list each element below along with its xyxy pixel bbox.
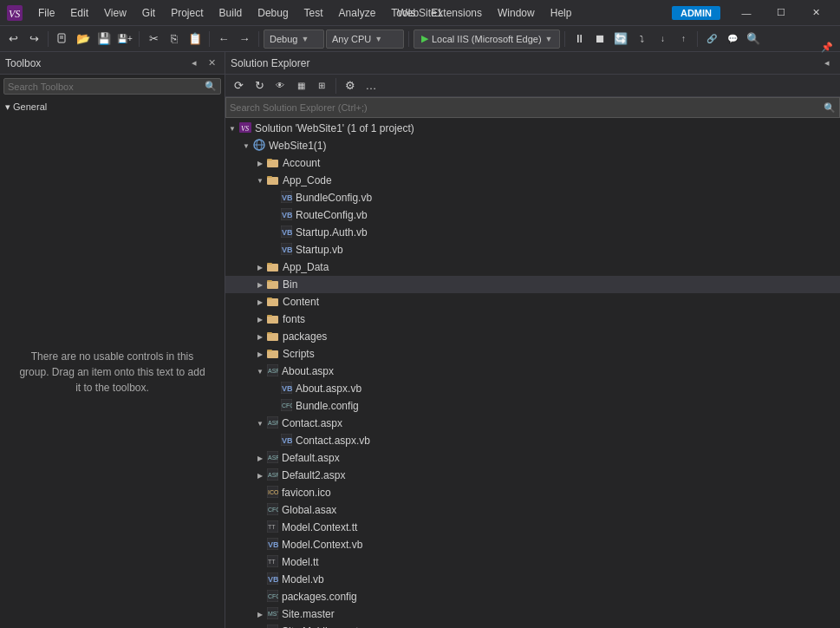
menu-build[interactable]: Build bbox=[212, 5, 250, 21]
tree-item-model_tt[interactable]: TTModel.tt bbox=[225, 553, 840, 571]
menu-debug[interactable]: Debug bbox=[251, 5, 295, 21]
tree-item-app_data[interactable]: ▶App_Data bbox=[225, 258, 840, 276]
open-file-button[interactable]: 📂 bbox=[74, 29, 93, 49]
cut-button[interactable]: ✂ bbox=[144, 29, 163, 49]
toolbox-search-box[interactable]: 🔍 bbox=[3, 78, 221, 95]
tree-item-solution[interactable]: ▼VSSolution 'WebSite1' (1 of 1 project) bbox=[225, 120, 840, 137]
menu-analyze[interactable]: Analyze bbox=[332, 5, 383, 21]
se-filter-button[interactable]: ▦ bbox=[291, 76, 310, 95]
copy-button[interactable]: ⎘ bbox=[165, 29, 184, 49]
tree-chevron: ▼ bbox=[253, 368, 267, 376]
tree-item-scripts[interactable]: ▶Scripts bbox=[225, 345, 840, 363]
tree-item-account[interactable]: ▶Account bbox=[225, 154, 840, 172]
menu-edit[interactable]: Edit bbox=[63, 5, 95, 21]
se-more-button[interactable]: … bbox=[361, 76, 381, 95]
tree-item-startup_auth_vb[interactable]: VBStartup.Auth.vb bbox=[225, 224, 840, 241]
tree-item-routeconfig_vb[interactable]: VBRouteConfig.vb bbox=[225, 206, 840, 224]
menu-view[interactable]: View bbox=[97, 5, 133, 21]
menu-project[interactable]: Project bbox=[164, 5, 210, 21]
menu-window[interactable]: Window bbox=[491, 5, 542, 21]
tree-item-site_master[interactable]: ▶MSTSite.master bbox=[225, 605, 840, 623]
pause-button[interactable]: ⏸ bbox=[570, 29, 589, 49]
tree-item-website1[interactable]: ▼WebSite1(1) bbox=[225, 137, 840, 154]
run-button[interactable]: ▶ Local IIS (Microsoft Edge) ▼ bbox=[413, 29, 560, 49]
tree-icon-file_vb: VB bbox=[281, 208, 292, 223]
save-button[interactable]: 💾 bbox=[94, 29, 114, 49]
tree-label: Contact.aspx.vb bbox=[296, 435, 370, 447]
svg-text:CFG: CFG bbox=[282, 402, 292, 409]
tree-item-contact_aspx[interactable]: ▼ASPContact.aspx bbox=[225, 415, 840, 432]
tree-item-model_vb[interactable]: VBModel.vb bbox=[225, 571, 840, 588]
undo-button[interactable]: ↩ bbox=[3, 29, 23, 49]
tree-chevron: ▶ bbox=[253, 160, 267, 167]
redo-button[interactable]: ↪ bbox=[24, 29, 43, 49]
paste-button[interactable]: 📋 bbox=[186, 29, 205, 49]
search-button[interactable]: 🔍 bbox=[744, 29, 763, 49]
tree-item-default_aspx[interactable]: ▶ASPDefault.aspx bbox=[225, 449, 840, 467]
tree-item-default2_aspx[interactable]: ▶ASPDefault2.aspx bbox=[225, 467, 840, 484]
minimize-button[interactable]: — bbox=[729, 0, 764, 26]
toolbox-header-buttons: ◂ ✕ bbox=[186, 56, 219, 71]
toolbox-search-input[interactable] bbox=[8, 82, 205, 92]
tree-item-model_context_tt[interactable]: TTModel.Context.tt bbox=[225, 519, 840, 536]
attach-button[interactable]: 🔗 bbox=[702, 29, 721, 49]
tree-item-about_aspx_vb[interactable]: VBAbout.aspx.vb bbox=[225, 380, 840, 397]
se-view-button[interactable]: 👁 bbox=[270, 76, 290, 95]
maximize-button[interactable]: ☐ bbox=[764, 0, 798, 26]
toolbar-separator-4 bbox=[258, 31, 259, 47]
se-settings-button[interactable]: ⚙ bbox=[341, 76, 360, 95]
tree-item-packages[interactable]: ▶packages bbox=[225, 328, 840, 345]
tree-chevron: ▼ bbox=[253, 420, 267, 428]
tree-item-startup_vb[interactable]: VBStartup.vb bbox=[225, 241, 840, 258]
close-button[interactable]: ✕ bbox=[798, 0, 833, 26]
tree-item-model_context_vb[interactable]: VBModel.Context.vb bbox=[225, 536, 840, 553]
tree-item-bin[interactable]: ▶Bin bbox=[225, 276, 840, 293]
tree-item-bundleconfig_vb[interactable]: VBBundleConfig.vb bbox=[225, 189, 840, 206]
toolbox-autohide-button[interactable]: ◂ bbox=[186, 56, 202, 71]
tree-icon-file_vb: VB bbox=[267, 572, 278, 587]
tree-icon-file_ico: ICO bbox=[267, 486, 278, 500]
menu-git[interactable]: Git bbox=[135, 5, 162, 21]
save-all-button[interactable]: 💾+ bbox=[115, 29, 134, 49]
window-controls: — ☐ ✕ bbox=[729, 0, 833, 26]
se-sync-button[interactable]: ⟳ bbox=[229, 76, 248, 95]
se-autohide-button[interactable]: ◂ bbox=[819, 56, 835, 71]
se-search-input[interactable] bbox=[230, 102, 820, 113]
solution-explorer-search[interactable]: 🔍 bbox=[225, 97, 840, 118]
tree-item-about_aspx[interactable]: ▼ASPAbout.aspx bbox=[225, 363, 840, 380]
tree-icon-file_vb: VB bbox=[267, 538, 278, 553]
se-expand-button[interactable]: ⊞ bbox=[312, 76, 331, 95]
toolbar-separator-2 bbox=[139, 31, 140, 47]
menu-file[interactable]: File bbox=[31, 5, 62, 21]
toolbox-close-button[interactable]: ✕ bbox=[204, 56, 219, 71]
debug-config-dropdown[interactable]: Debug ▼ bbox=[264, 29, 324, 49]
menu-test[interactable]: Test bbox=[297, 5, 330, 21]
se-refresh-button[interactable]: ↻ bbox=[250, 76, 269, 95]
tree-item-contact_aspx_vb[interactable]: VBContact.aspx.vb bbox=[225, 432, 840, 449]
se-pin-button[interactable]: 📌 bbox=[819, 40, 835, 56]
restart-button[interactable]: 🔄 bbox=[611, 29, 630, 49]
tree-icon-file_aspx: ASP bbox=[267, 364, 278, 379]
stop-button[interactable]: ⏹ bbox=[590, 29, 609, 49]
forward-button[interactable]: → bbox=[235, 29, 254, 49]
tree-item-bundle_config[interactable]: CFGBundle.config bbox=[225, 397, 840, 415]
back-button[interactable]: ← bbox=[214, 29, 233, 49]
tree-item-favicon_ico[interactable]: ICOfavicon.ico bbox=[225, 484, 840, 501]
svg-text:VB: VB bbox=[268, 575, 278, 584]
svg-rect-29 bbox=[267, 315, 272, 317]
tree-item-content[interactable]: ▶Content bbox=[225, 293, 840, 311]
step-into-button[interactable]: ↓ bbox=[653, 29, 672, 49]
new-file-button[interactable] bbox=[53, 29, 72, 49]
tree-item-fonts[interactable]: ▶fonts bbox=[225, 311, 840, 328]
cpu-dropdown[interactable]: Any CPU ▼ bbox=[326, 29, 404, 49]
cpu-label: Any CPU bbox=[332, 34, 371, 44]
step-out-button[interactable]: ↑ bbox=[674, 29, 693, 49]
step-over-button[interactable]: ⤵ bbox=[632, 29, 651, 49]
tree-item-app_code[interactable]: ▼App_Code bbox=[225, 172, 840, 189]
menu-help[interactable]: Help bbox=[544, 5, 579, 21]
feedback-button[interactable]: 💬 bbox=[723, 29, 742, 49]
tree-item-packages_config[interactable]: CFGpackages.config bbox=[225, 588, 840, 605]
tree-item-global_asax[interactable]: CFGGlobal.asax bbox=[225, 501, 840, 519]
toolbox-general-section[interactable]: ▾ General bbox=[0, 98, 225, 116]
tree-item-site_mobile_master[interactable]: ▶MSTSite.Mobile.master bbox=[225, 623, 840, 628]
